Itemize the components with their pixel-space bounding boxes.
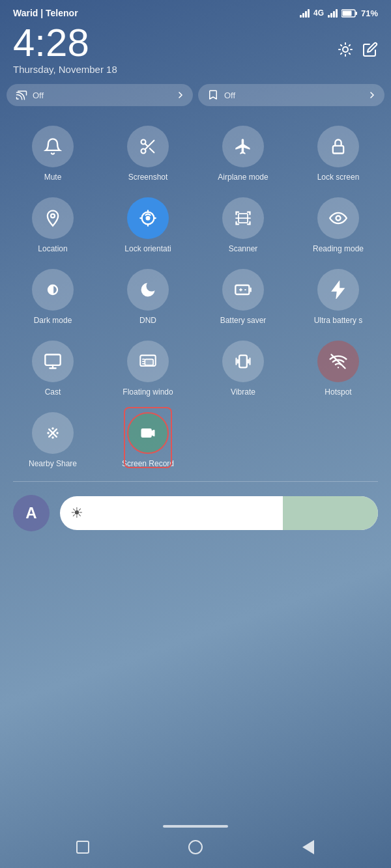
quick-item-location[interactable]: Location [5, 188, 100, 260]
cast-toggle-label: Off [33, 91, 44, 100]
plane-icon [234, 137, 252, 156]
bell-icon [44, 137, 62, 156]
brightness-fill [283, 496, 378, 530]
home-indicator[interactable] [163, 825, 228, 828]
floatingwindow-circle [127, 341, 169, 382]
bookmark-toggle[interactable]: Off [198, 84, 384, 106]
airplane-circle [222, 126, 264, 167]
nearbyshare-label: Nearby Share [8, 459, 98, 468]
clock-icons [338, 42, 378, 57]
quick-item-mute[interactable]: Mute [5, 117, 100, 188]
quick-item-floatingwindow[interactable]: Floating windo [100, 331, 195, 403]
quick-item-ultrabattery[interactable]: Ultra battery s [291, 260, 386, 331]
cast-toggle[interactable]: Off [7, 84, 193, 106]
quick-item-hotspot[interactable]: Hotspot [291, 331, 386, 403]
hotspot-circle [317, 341, 359, 382]
status-bar: Warid | Telenor 4G 71% [0, 0, 391, 23]
nav-home-button[interactable] [185, 837, 206, 858]
svg-point-7 [51, 214, 55, 218]
moon-icon [139, 281, 157, 299]
quick-item-scanner[interactable]: Scanner [195, 188, 291, 260]
quick-item-lockscreen[interactable]: Lock screen [291, 117, 386, 188]
quick-item-readingmode[interactable]: Reading mode [291, 188, 386, 260]
quick-item-dnd[interactable]: DND [100, 260, 195, 331]
nav-recents-button[interactable] [72, 837, 93, 858]
lock-icon [329, 137, 347, 156]
screenshot-label: Screenshot [103, 173, 193, 182]
arrow2-icon [369, 92, 375, 98]
quick-item-screenshot[interactable]: Screenshot [100, 117, 195, 188]
quick-item-lockorientation[interactable]: Lock orientati [100, 188, 195, 260]
nav-triangle-icon [302, 840, 314, 854]
eye-icon [329, 209, 347, 227]
avatar-label: A [25, 504, 36, 522]
cast-label: Cast [8, 387, 98, 397]
darkmode-icon [44, 281, 62, 299]
quick-item-airplane[interactable]: Airplane mode [195, 117, 291, 188]
bookmark-toggle-label: Off [224, 91, 235, 100]
nav-back-button[interactable] [298, 837, 319, 858]
vibrate-circle [222, 341, 264, 382]
svg-point-26 [51, 427, 54, 430]
screenrecord-circle [127, 412, 169, 454]
vibrate-icon [234, 352, 252, 371]
battery-percent: 71% [361, 8, 378, 18]
bookmark-icon [207, 89, 219, 101]
carrier-label: Warid | Telenor [13, 8, 78, 18]
svg-rect-14 [235, 285, 249, 294]
location-circle [32, 197, 74, 239]
status-right: 4G 71% [300, 8, 378, 18]
quick-item-cast[interactable]: Cast [5, 331, 100, 403]
nav-buttons [0, 837, 391, 858]
settings-icon[interactable] [338, 42, 353, 57]
battery-saver-icon [234, 281, 252, 299]
mute-label: Mute [8, 173, 98, 182]
nav-circle-icon [188, 840, 203, 854]
nav-bar [0, 819, 391, 868]
svg-rect-2 [342, 10, 351, 16]
clock-area: 4:28 Thursday, November 18 [0, 23, 391, 81]
quick-toggle-row: Off Off [7, 84, 384, 106]
dnd-label: DND [103, 316, 193, 325]
readingmode-label: Reading mode [293, 244, 383, 253]
svg-rect-18 [45, 355, 60, 365]
scanner-label: Scanner [198, 244, 288, 253]
lockorientation-label: Lock orientati [103, 244, 193, 253]
quick-item-screenrecord[interactable]: Screen Record [100, 403, 195, 475]
airplane-label: Airplane mode [198, 173, 288, 182]
lockorientation-circle [127, 197, 169, 239]
svg-rect-21 [239, 356, 247, 368]
quick-item-nearbyshare[interactable]: Nearby Share [5, 403, 100, 475]
svg-rect-6 [333, 146, 343, 154]
hotspot-icon [329, 352, 347, 371]
svg-point-3 [343, 47, 348, 52]
nav-square-icon [76, 841, 89, 854]
battery-icon [341, 9, 357, 18]
batterysaver-circle [222, 269, 264, 311]
mute-circle [32, 126, 74, 167]
arrow-icon [177, 92, 184, 98]
cast-circle [32, 341, 74, 382]
quick-item-vibrate[interactable]: Vibrate [195, 331, 291, 403]
quick-item-darkmode[interactable]: Dark mode [5, 260, 100, 331]
brightness-slider[interactable]: ☀ [60, 496, 378, 530]
quick-settings-grid: Mute Screenshot Airplane mode Lo [0, 113, 391, 479]
location-label: Location [8, 244, 98, 253]
divider [13, 481, 378, 482]
video-icon [139, 424, 157, 442]
svg-rect-20 [145, 359, 153, 365]
avatar[interactable]: A [13, 495, 50, 531]
nearbyshare-icon [44, 424, 62, 442]
cast-small-icon [16, 89, 27, 101]
quick-item-batterysaver[interactable]: Battery saver [195, 260, 291, 331]
edit-icon[interactable] [362, 42, 378, 57]
signal-icon [300, 9, 310, 18]
dnd-circle [127, 269, 169, 311]
svg-point-27 [51, 436, 54, 439]
location-icon [44, 209, 62, 227]
svg-point-25 [56, 432, 59, 434]
darkmode-label: Dark mode [8, 316, 98, 325]
network-type: 4G [313, 8, 324, 18]
vibrate-label: Vibrate [198, 387, 288, 397]
nearbyshare-circle [32, 412, 74, 454]
